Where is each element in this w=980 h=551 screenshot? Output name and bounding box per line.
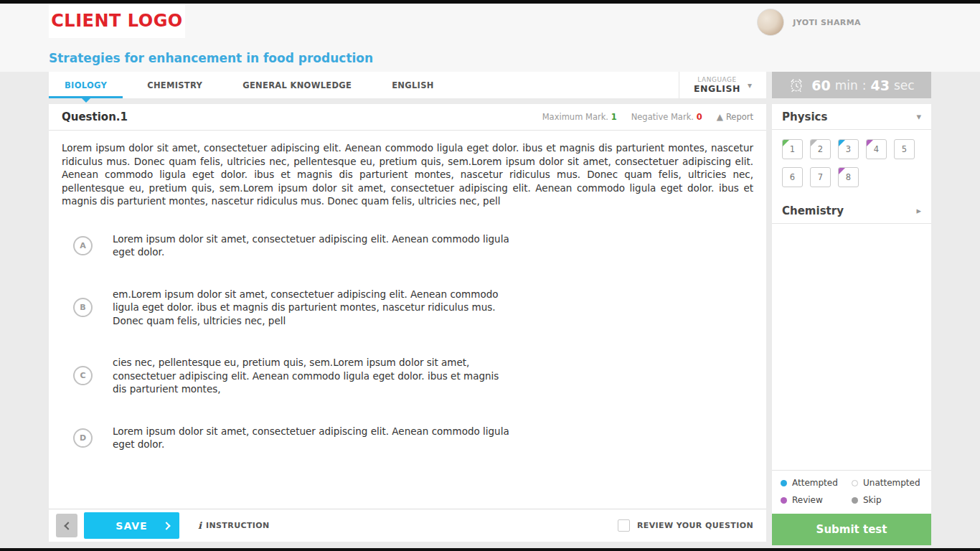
previous-question-button[interactable]: [56, 514, 77, 537]
report-button[interactable]: ▲ Report: [717, 112, 753, 122]
timer-separator: :: [862, 78, 867, 93]
question-text: Lorem ipsum dolor sit amet, consectetuer…: [62, 141, 753, 208]
palette-number: 4: [874, 144, 879, 154]
negative-mark-label: Negative Mark.: [631, 112, 694, 122]
section-chemistry-header[interactable]: Chemistry ▸: [772, 198, 931, 224]
chevron-down-icon: ▾: [916, 111, 921, 122]
option-b-text: em.Lorem ipsum dolor sit amet, consectet…: [113, 288, 514, 328]
maximum-mark: Maximum Mark. 1: [542, 112, 617, 122]
option-c-text: cies nec, pellentesque eu, pretium quis,…: [113, 356, 514, 396]
option-a[interactable]: A Lorem ipsum dolor sit amet, consectetu…: [73, 232, 753, 259]
timer-seconds: 43: [871, 77, 890, 93]
status-flag: [838, 139, 846, 147]
negative-mark: Negative Mark. 0: [631, 112, 702, 122]
option-d[interactable]: D Lorem ipsum dolor sit amet, consectetu…: [73, 425, 753, 451]
language-selector[interactable]: LANGUAGE ENGLISH ▾: [679, 72, 766, 98]
user-info[interactable]: JYOTI SHARMA: [757, 9, 861, 36]
palette-number: 8: [846, 172, 851, 182]
tab-general-knowledge[interactable]: GENERAL KNOWLEDGE: [227, 72, 367, 98]
tab-label: GENERAL KNOWLEDGE: [242, 80, 352, 90]
report-label: Report: [726, 112, 753, 122]
save-button[interactable]: SAVE: [84, 512, 179, 539]
question-header: Question.1 Maximum Mark. 1 Negative Mark…: [49, 104, 766, 131]
timer-sec-label: sec: [894, 78, 915, 93]
option-d-radio[interactable]: D: [73, 428, 93, 448]
unattempted-dot-icon: [852, 480, 858, 486]
option-a-radio[interactable]: A: [73, 236, 93, 255]
timer-min-label: min: [835, 78, 858, 93]
review-checkbox[interactable]: [618, 519, 630, 532]
chevron-right-icon: ▸: [916, 205, 921, 216]
option-d-text: Lorem ipsum dolor sit amet, consectetuer…: [113, 425, 514, 451]
instruction-label: INSTRUCTION: [206, 521, 270, 530]
page-title: Strategies for enhancement in food produ…: [49, 51, 373, 65]
submit-test-button[interactable]: Submit test: [772, 514, 931, 545]
palette-question-6[interactable]: 6: [782, 167, 803, 187]
user-name: JYOTI SHARMA: [793, 18, 861, 27]
client-logo-text: CLIENT LOGO: [51, 11, 182, 31]
status-flag: [838, 167, 846, 175]
palette-question-4[interactable]: 4: [866, 139, 887, 159]
palette-number: 1: [790, 144, 795, 154]
attempted-dot-icon: [781, 480, 787, 486]
header: CLIENT LOGO JYOTI SHARMA Strategies for …: [0, 4, 980, 72]
question-navigator-sidebar: Physics ▾ 1 2 3 4 5 6 7 8 Chemistry ▸ At…: [772, 104, 931, 545]
save-button-label: SAVE: [116, 520, 147, 532]
tab-biology[interactable]: BIOLOGY: [49, 72, 123, 98]
options-list: A Lorem ipsum dolor sit amet, consectetu…: [73, 232, 753, 451]
review-checkbox-label: REVIEW YOUR QUESTION: [637, 521, 753, 530]
section-chemistry-title: Chemistry: [782, 204, 844, 217]
palette-question-2[interactable]: 2: [810, 139, 831, 159]
status-flag: [866, 139, 874, 147]
review-dot-icon: [781, 497, 787, 504]
legend-skip: Skip: [852, 495, 923, 505]
palette-question-7[interactable]: 7: [810, 167, 831, 187]
palette-question-1[interactable]: 1: [782, 139, 803, 159]
status-flag: [810, 139, 818, 147]
palette-number: 2: [818, 144, 823, 154]
tab-label: CHEMISTRY: [147, 80, 202, 90]
option-c-radio[interactable]: C: [73, 366, 93, 385]
palette-question-3[interactable]: 3: [838, 139, 859, 159]
question-title: Question.1: [62, 110, 128, 123]
palette-number: 3: [846, 144, 851, 154]
status-legend: Attempted Unattempted Review Skip: [772, 470, 931, 514]
tab-label: BIOLOGY: [65, 80, 107, 90]
legend-review: Review: [781, 495, 852, 505]
palette-number: 7: [818, 172, 823, 182]
question-palette: 1 2 3 4 5 6 7 8: [772, 130, 931, 198]
status-flag: [782, 139, 790, 147]
legend-unattempted: Unattempted: [852, 478, 923, 488]
review-your-question[interactable]: REVIEW YOUR QUESTION: [618, 519, 753, 532]
negative-mark-value: 0: [697, 112, 702, 122]
maximum-mark-value: 1: [611, 112, 617, 122]
palette-number: 6: [790, 172, 795, 182]
chevron-down-icon: ▾: [748, 80, 752, 90]
info-icon: i: [198, 520, 202, 531]
client-logo[interactable]: CLIENT LOGO: [49, 4, 185, 38]
question-panel: Question.1 Maximum Mark. 1 Negative Mark…: [49, 104, 766, 542]
option-b-radio[interactable]: B: [73, 298, 93, 317]
legend-label: Skip: [863, 495, 882, 505]
option-a-text: Lorem ipsum dolor sit amet, consectetuer…: [113, 232, 514, 259]
maximum-mark-label: Maximum Mark.: [542, 112, 608, 122]
tab-english[interactable]: ENGLISH: [376, 72, 450, 98]
palette-question-5[interactable]: 5: [894, 139, 915, 159]
option-b[interactable]: B em.Lorem ipsum dolor sit amet, consect…: [73, 288, 753, 328]
legend-attempted: Attempted: [781, 478, 852, 488]
palette-question-8[interactable]: 8: [838, 167, 859, 187]
section-physics-header[interactable]: Physics ▾: [772, 104, 931, 130]
chevron-left-icon: [64, 522, 72, 529]
legend-label: Unattempted: [863, 478, 920, 488]
question-footer: SAVE i INSTRUCTION REVIEW YOUR QUESTION: [49, 509, 766, 542]
timer-minutes: 60: [811, 77, 830, 93]
bottom-black-bar: [0, 548, 980, 551]
tab-chemistry[interactable]: CHEMISTRY: [131, 72, 218, 98]
instruction-button[interactable]: i INSTRUCTION: [198, 520, 270, 531]
avatar: [757, 9, 784, 36]
option-c[interactable]: C cies nec, pellentesque eu, pretium qui…: [73, 356, 753, 396]
warning-icon: ▲: [717, 112, 723, 122]
section-physics-title: Physics: [782, 110, 827, 123]
chevron-right-icon: [162, 522, 170, 529]
legend-label: Attempted: [792, 478, 838, 488]
